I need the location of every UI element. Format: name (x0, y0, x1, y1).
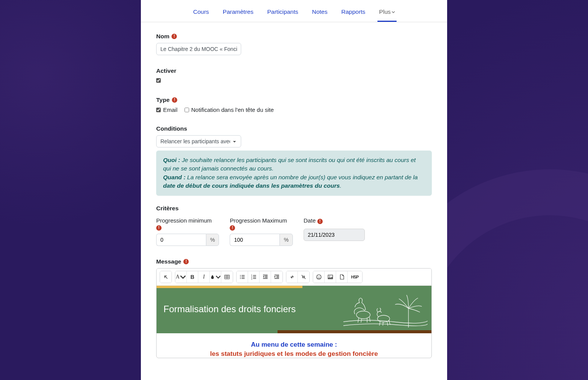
label-activer: Activer (156, 67, 432, 74)
percent-suffix: % (206, 234, 219, 246)
tab-participants[interactable]: Participants (266, 5, 300, 22)
info-quoi-label: Quoi : (163, 157, 180, 163)
info-quand-label: Quand : (163, 174, 186, 180)
info-quand-text-b: . (340, 182, 341, 189)
toolbar-outdent-button[interactable] (260, 271, 271, 283)
tab-cours[interactable]: Cours (191, 5, 210, 22)
svg-line-35 (369, 317, 370, 322)
date-input[interactable] (304, 229, 365, 241)
svg-point-6 (240, 278, 241, 279)
required-icon: ! (317, 219, 323, 224)
svg-point-36 (377, 315, 390, 322)
editor-line-2: les statuts juridiques et les modes de g… (163, 350, 425, 358)
main-panel: Cours Paramètres Participants Notes Rapp… (141, 0, 447, 380)
info-quoi-text: Je souhaite relancer les participants qu… (163, 157, 416, 172)
tab-rapports[interactable]: Rapports (340, 5, 367, 22)
tab-notes[interactable]: Notes (310, 5, 329, 22)
toolbar-color-button[interactable] (210, 271, 221, 283)
label-type: Type ! (156, 97, 432, 103)
label-message: Message ! (156, 258, 432, 265)
svg-point-4 (240, 275, 241, 276)
notif-checkbox[interactable] (185, 108, 189, 112)
course-tabs: Cours Paramètres Participants Notes Rapp… (141, 0, 447, 22)
svg-point-27 (319, 276, 320, 277)
svg-point-26 (318, 276, 318, 277)
editor-toolbar: A B I 123 (157, 269, 431, 286)
toolbar-table-button[interactable] (221, 271, 233, 283)
svg-point-31 (356, 311, 370, 319)
required-icon: ! (172, 97, 177, 103)
toolbar-image-button[interactable] (325, 271, 336, 283)
type-notif-option[interactable]: Notification dans l'en tête du site (185, 106, 274, 113)
email-label: Email (163, 106, 178, 113)
svg-point-29 (329, 276, 330, 277)
notif-label: Notification dans l'en tête du site (191, 106, 274, 113)
tab-plus-label: Plus (379, 8, 390, 15)
svg-point-25 (317, 275, 321, 279)
banner-bottom-accent (157, 330, 431, 333)
label-conditions: Conditions (156, 125, 432, 132)
label-date: Date ! (304, 217, 365, 224)
toolbar-indent-button[interactable] (271, 271, 283, 283)
svg-text:3: 3 (251, 278, 252, 280)
toolbar-paragraph-button[interactable]: A (175, 271, 187, 283)
required-icon: ! (230, 225, 235, 231)
toolbar-italic-button[interactable]: I (198, 271, 210, 283)
toolbar-ol-button[interactable]: 123 (248, 271, 260, 283)
conditions-select[interactable]: Relancer les participants avec une (156, 135, 241, 147)
info-quand-bold: date de début de cours indiquée dans les… (163, 182, 340, 189)
toolbar-link-button[interactable] (286, 271, 298, 283)
conditions-info-box: Quoi : Je souhaite relancer les particip… (156, 151, 432, 196)
required-icon: ! (156, 225, 162, 231)
editor-line-1: Au menu de cette semaine : (163, 341, 425, 349)
toolbar-file-button[interactable] (336, 271, 348, 283)
label-prog-min: Progression minimum (156, 217, 219, 224)
svg-point-5 (240, 277, 241, 277)
percent-suffix: % (279, 234, 292, 246)
editor-content[interactable]: Au menu de cette semaine : les statuts j… (157, 333, 431, 358)
nom-input[interactable] (156, 43, 241, 55)
svg-line-37 (379, 321, 380, 326)
banner-title: Formalisation des droits fonciers (163, 304, 296, 314)
label-prog-max: Progression Maximum (230, 217, 292, 224)
tab-parametres[interactable]: Paramètres (221, 5, 255, 22)
message-banner: Formalisation des droits fonciers (157, 288, 431, 330)
toolbar-unlink-button[interactable] (298, 271, 309, 283)
banner-illustration (343, 291, 428, 329)
rich-text-editor: A B I 123 (156, 268, 432, 358)
activer-checkbox[interactable] (156, 78, 161, 83)
prog-min-input[interactable] (156, 234, 206, 246)
toolbar-h5p-button[interactable]: H5P (348, 271, 362, 283)
required-icon: ! (172, 34, 177, 39)
svg-line-24 (302, 275, 305, 279)
toolbar-expand-button[interactable] (160, 271, 172, 283)
toolbar-bold-button[interactable]: B (187, 271, 198, 283)
prog-max-input[interactable] (230, 234, 279, 246)
svg-line-39 (387, 321, 388, 326)
type-email-option[interactable]: Email (156, 106, 178, 113)
chevron-down-icon (392, 8, 395, 15)
toolbar-emoji-button[interactable] (313, 271, 325, 283)
required-icon: ! (183, 259, 189, 264)
label-criteres: Critères (156, 205, 432, 212)
email-checkbox[interactable] (156, 108, 161, 112)
toolbar-ul-button[interactable] (237, 271, 248, 283)
label-nom: Nom ! (156, 33, 432, 40)
tab-plus[interactable]: Plus (377, 5, 396, 22)
info-quand-text-a: La relance sera envoyée après un nombre … (186, 174, 418, 180)
